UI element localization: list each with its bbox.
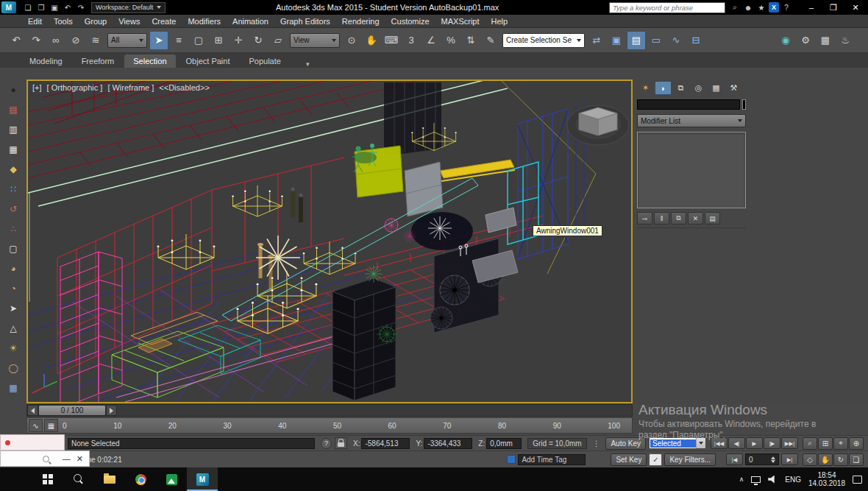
exchange-icon[interactable]: X (769, 2, 779, 13)
help-icon[interactable]: ? (780, 1, 792, 13)
remove-modifier-icon[interactable]: ✕ (688, 212, 703, 225)
orbit-icon[interactable]: ↻ (833, 453, 848, 466)
previous-frame-icon[interactable]: ◀| (728, 437, 745, 449)
spinner-snap-icon[interactable]: ⇅ (461, 31, 480, 50)
viewport-scene[interactable] (28, 81, 631, 402)
ribbon-toggle-icon[interactable]: ▭ (647, 31, 666, 50)
select-and-manipulate-icon[interactable]: ✋ (362, 31, 381, 50)
sphere-shaded-tool-icon[interactable]: ◕ (4, 260, 23, 278)
next-frame-icon[interactable]: |▶ (764, 437, 780, 449)
bind-to-space-warp-icon[interactable]: ≋ (86, 31, 105, 50)
pin-stack-icon[interactable]: ⊸ (637, 212, 652, 225)
shell-tool-icon[interactable]: ◔ (4, 280, 23, 297)
utilities-tab-icon[interactable]: ⚒ (725, 81, 742, 95)
cone-tool-icon[interactable]: △ (4, 319, 23, 337)
clock[interactable]: 18:54 14.03.2018 (808, 471, 845, 487)
window-crossing-icon[interactable]: ⊞ (209, 31, 228, 50)
viewport[interactable]: [+] [ Orthographic ] [ Wireframe ] <<Dis… (26, 80, 633, 403)
photos-button[interactable] (156, 467, 187, 491)
recorder-control-window[interactable]: — ✕ (0, 451, 90, 467)
minimize-icon[interactable]: – (800, 0, 822, 15)
go-to-end-icon[interactable]: ▶▶| (781, 437, 798, 449)
plane-tool-icon[interactable]: ▢ (4, 240, 23, 258)
keyboard-override-icon[interactable]: ⌨ (382, 31, 401, 50)
select-and-link-icon[interactable]: ∞ (46, 31, 65, 50)
menu-item[interactable]: Create (146, 15, 182, 28)
wardrobe[interactable] (60, 252, 122, 402)
maximize-viewport-icon[interactable]: ❑ (849, 453, 864, 466)
add-time-tag-field[interactable]: Add Time Tag (518, 454, 586, 465)
modifier-stack-list[interactable] (637, 132, 746, 208)
selection-lock-icon[interactable] (335, 437, 347, 449)
scatter-tool-icon[interactable]: ∷ (4, 180, 23, 198)
open-file-icon[interactable]: ❐ (35, 1, 48, 13)
undo-quick-icon[interactable]: ↶ (61, 1, 74, 13)
set-key-check-icon[interactable]: ✓ (649, 453, 662, 466)
3ds-max-taskbar-button[interactable]: M (187, 467, 218, 491)
select-by-name-icon[interactable]: ≡ (169, 31, 188, 50)
go-to-start-icon[interactable]: |◀◀ (711, 437, 728, 449)
hidden-icons-chevron-icon[interactable]: ∧ (739, 476, 744, 483)
viewport-menu-general[interactable]: [+] (32, 83, 42, 92)
object-color-swatch[interactable] (742, 99, 746, 110)
viewport-menu-shading[interactable]: [ Wireframe ] (107, 83, 154, 92)
z-coordinate-field[interactable]: 0,0mm (486, 438, 522, 449)
menu-item[interactable]: Customize (385, 15, 435, 28)
trackbar-filter-icon[interactable]: ▦ (44, 419, 58, 432)
trackbar-dots-icon[interactable]: ⋮ (593, 439, 600, 448)
percent-snap-icon[interactable]: % (441, 31, 460, 50)
reference-coordinate-dropdown[interactable]: View (290, 33, 340, 48)
cabinet[interactable] (332, 265, 397, 400)
taskbar-search-button[interactable] (63, 467, 94, 491)
menu-item[interactable]: Group (79, 15, 113, 28)
select-and-scale-icon[interactable]: ▱ (268, 31, 288, 50)
rendered-frame-window-icon[interactable]: ▦ (816, 31, 835, 50)
next-frame-arrow-icon[interactable] (106, 405, 117, 416)
save-file-icon[interactable]: ▣ (48, 1, 61, 13)
favorites-star-icon[interactable]: ★ (755, 1, 767, 13)
material-editor-icon[interactable]: ◉ (776, 31, 795, 50)
ribbon-tab[interactable]: Populate (240, 54, 289, 68)
ribbon-collapse-icon[interactable]: ▾ (302, 60, 314, 68)
maximize-icon[interactable]: ❐ (822, 0, 844, 15)
new-file-icon[interactable]: ❏ (21, 1, 35, 13)
frame-spinner[interactable] (771, 456, 775, 463)
red-panel-tool-icon[interactable]: ▤ (4, 101, 23, 119)
object-name-field[interactable] (637, 99, 740, 110)
auto-key-button[interactable]: Auto Key (605, 437, 646, 450)
ribbon-tab[interactable]: Freeform (73, 54, 124, 68)
rectangular-selection-region-icon[interactable]: ▢ (189, 31, 208, 50)
blue-grid-tool-icon[interactable]: ▦ (4, 379, 23, 397)
track-bar[interactable]: ∿ ▦ 0102030405060708090100 (26, 417, 633, 434)
time-slider-track[interactable] (117, 405, 632, 416)
ribbon-tab[interactable]: Object Paint (177, 54, 239, 68)
menu-item[interactable]: Edit (22, 15, 48, 28)
file-explorer-button[interactable] (94, 467, 125, 491)
key-mode-dropdown[interactable]: Selected (649, 437, 706, 449)
grid-panel-tool-icon[interactable]: ▦ (4, 141, 23, 158)
white-panel-tool-icon[interactable]: ▥ (4, 121, 23, 138)
x-coordinate-field[interactable]: -5864,513 (361, 438, 410, 449)
ribbon-tab[interactable]: Modeling (21, 54, 71, 68)
app-logo-icon[interactable]: M (1, 1, 16, 13)
redo-quick-icon[interactable]: ↷ (74, 1, 88, 13)
zoom-all-icon[interactable]: ⊞ (818, 437, 833, 450)
play-animation-icon[interactable]: ▶ (746, 437, 763, 449)
search-input[interactable] (609, 2, 725, 13)
display-tab-icon[interactable]: ▦ (708, 81, 725, 95)
edit-named-sets-icon[interactable]: ✎ (481, 31, 500, 50)
pan-hand-icon[interactable]: ✋ (818, 453, 833, 466)
zoom-extents-all-icon[interactable]: ⊕ (849, 437, 864, 450)
recorder-minimize-icon[interactable]: — (63, 454, 71, 463)
ribbon-tab[interactable]: Selection (124, 54, 175, 68)
menu-item[interactable]: Graph Editors (274, 15, 336, 28)
hierarchy-tab-icon[interactable]: ⧉ (672, 81, 689, 95)
previous-frame-arrow-icon[interactable] (27, 405, 38, 416)
viewcube[interactable] (567, 105, 629, 145)
named-selection-sets-dropdown[interactable]: Create Selection Se (502, 33, 585, 48)
zoom-icon[interactable]: ⌕ (803, 437, 817, 450)
start-button[interactable] (32, 467, 63, 491)
menu-item[interactable]: Animation (227, 15, 274, 28)
render-setup-icon[interactable]: ⚙ (796, 31, 815, 50)
glass-tool-icon[interactable]: ◆ (4, 160, 23, 178)
